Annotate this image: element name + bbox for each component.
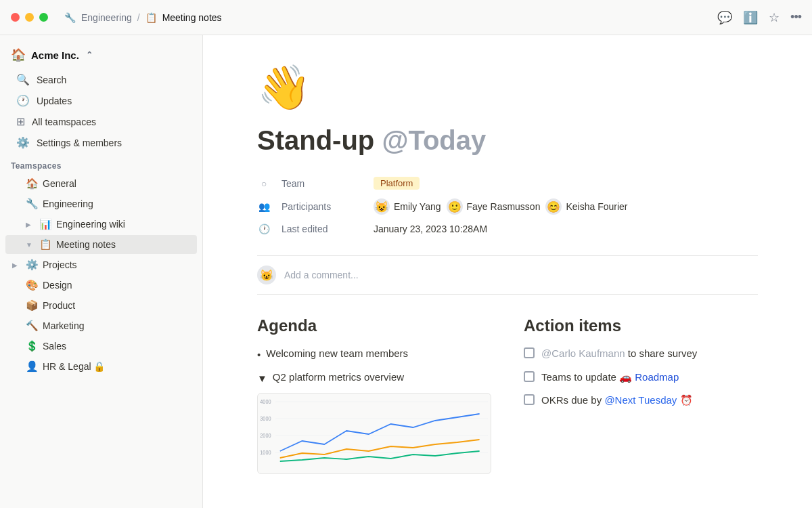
sidebar-item-all-teamspaces-label: All teamspaces — [32, 117, 96, 127]
sidebar-item-marketing-label: Marketing — [43, 320, 190, 331]
sidebar-item-design[interactable]: 🎨 Design — [5, 276, 197, 295]
workspace-chevron-icon: ⌃ — [86, 50, 93, 60]
action-item-1-text: @Carlo Kaufmann to share survey — [541, 346, 697, 362]
page-emoji: 👋 — [257, 62, 758, 113]
participant-2[interactable]: 🙂 Faye Rasmusson — [447, 198, 541, 215]
chart-svg: 4000 3000 2000 1000 — [258, 394, 491, 474]
action-item-1-suffix: to share survey — [628, 347, 698, 359]
participant-3-name: Keisha Fourier — [566, 201, 627, 212]
page-title-prefix: Stand-up — [257, 125, 382, 155]
chart-area: 4000 3000 2000 1000 — [257, 393, 491, 474]
alarm-icon: ⏰ — [680, 394, 693, 406]
projects-icon: ⚙️ — [26, 259, 39, 271]
comment-icon[interactable]: 💬 — [717, 10, 732, 25]
main-content: 👋 Stand-up @Today ○ Team Platform 👥 Part… — [203, 35, 812, 508]
property-team[interactable]: ○ Team Platform — [257, 173, 758, 194]
sidebar-item-sales[interactable]: 💲 Sales — [5, 337, 197, 356]
sidebar-item-projects-label: Projects — [43, 259, 190, 270]
action-item-2-prefix: Teams to update — [541, 371, 619, 383]
sidebar-item-hr-legal-label: HR & Legal 🔒 — [43, 361, 190, 372]
last-edited-property-label: Last edited — [281, 224, 363, 234]
agenda-item-1: • Welcoming new team members — [257, 346, 491, 363]
properties: ○ Team Platform 👥 Participants 😺 Emily Y… — [257, 173, 758, 239]
updates-icon: 🕐 — [16, 94, 30, 107]
sidebar: 🏠 Acme Inc. ⌃ 🔍 Search 🕐 Updates ⊞ All t… — [0, 35, 203, 508]
sidebar-item-general-label: General — [43, 178, 190, 189]
sidebar-item-projects[interactable]: ▶ ⚙️ Projects — [5, 255, 197, 274]
svg-text:3000: 3000 — [260, 415, 271, 422]
svg-text:1000: 1000 — [260, 449, 271, 456]
sidebar-item-all-teamspaces[interactable]: ⊞ All teamspaces — [5, 112, 197, 131]
participant-1[interactable]: 😺 Emily Yang — [374, 198, 441, 215]
sidebar-item-product[interactable]: 📦 Product — [5, 296, 197, 315]
team-property-label: Team — [281, 178, 363, 189]
sidebar-item-meeting-notes[interactable]: ▼ 📋 Meeting notes — [5, 235, 197, 254]
titlebar: 🔧 Engineering / 📋 Meeting notes 💬 ℹ️ ☆ •… — [0, 0, 812, 35]
agenda-item-2[interactable]: ▼ Q2 platform metrics overview — [257, 370, 491, 387]
last-edited-property-icon: 🕐 — [257, 224, 271, 234]
workspace-name: Acme Inc. — [31, 49, 79, 61]
teamspaces-section-label: Teamspaces — [0, 153, 202, 173]
checkbox-2[interactable] — [524, 371, 535, 382]
participants-property-value: 😺 Emily Yang 🙂 Faye Rasmusson 😊 Keisha F… — [374, 198, 628, 215]
participant-3[interactable]: 😊 Keisha Fourier — [545, 198, 627, 215]
close-dot[interactable] — [11, 13, 20, 22]
avatar-keisha: 😊 — [545, 198, 562, 215]
team-badge[interactable]: Platform — [374, 177, 420, 190]
team-property-icon: ○ — [257, 178, 271, 189]
checkbox-1[interactable] — [524, 347, 535, 358]
agenda-item-1-text: Welcoming new team members — [266, 346, 408, 362]
sales-icon: 💲 — [26, 340, 39, 352]
content-columns: Agenda • Welcoming new team members ▼ Q2… — [257, 316, 758, 474]
info-icon[interactable]: ℹ️ — [743, 10, 758, 25]
engineering-wiki-chevron-icon: ▶ — [26, 221, 35, 228]
property-participants[interactable]: 👥 Participants 😺 Emily Yang 🙂 Faye Rasmu… — [257, 194, 758, 219]
sidebar-item-updates[interactable]: 🕐 Updates — [5, 91, 197, 110]
engineering-icon: 🔧 — [26, 198, 39, 210]
participants-property-icon: 👥 — [257, 201, 271, 212]
checkbox-3[interactable] — [524, 394, 535, 405]
svg-text:2000: 2000 — [260, 432, 271, 439]
sidebar-item-search[interactable]: 🔍 Search — [5, 70, 197, 89]
app-body: 🏠 Acme Inc. ⌃ 🔍 Search 🕐 Updates ⊞ All t… — [0, 35, 812, 508]
sidebar-item-settings[interactable]: ⚙️ Settings & members — [5, 133, 197, 152]
breadcrumb-current-icon: 📋 — [145, 12, 157, 23]
minimize-dot[interactable] — [25, 13, 34, 22]
agenda-item-2-text: Q2 platform metrics overview — [273, 370, 404, 385]
breadcrumb-parent[interactable]: Engineering — [81, 12, 132, 23]
sidebar-item-marketing[interactable]: 🔨 Marketing — [5, 316, 197, 335]
action-items-column: Action items @Carlo Kaufmann to share su… — [524, 316, 758, 474]
sidebar-item-settings-label: Settings & members — [37, 137, 122, 148]
more-icon[interactable]: ••• — [790, 10, 801, 24]
agenda-title: Agenda — [257, 316, 491, 335]
action-item-1: @Carlo Kaufmann to share survey — [524, 346, 758, 362]
mention-next-tuesday[interactable]: @Next Tuesday — [604, 394, 677, 406]
sidebar-item-general[interactable]: 🏠 General — [5, 174, 197, 193]
svg-text:4000: 4000 — [260, 398, 271, 405]
last-edited-property-value: January 23, 2023 10:28AM — [374, 224, 487, 234]
mention-carlo[interactable]: @Carlo Kaufmann — [541, 347, 625, 359]
maximize-dot[interactable] — [39, 13, 48, 22]
sidebar-item-hr-legal[interactable]: 👤 HR & Legal 🔒 — [5, 357, 197, 376]
participants-property-label: Participants — [281, 201, 363, 212]
avatar-emily: 😺 — [374, 198, 390, 215]
sidebar-item-product-label: Product — [43, 300, 190, 311]
roadmap-link[interactable]: 🚗 Roadmap — [619, 370, 679, 385]
agenda-column: Agenda • Welcoming new team members ▼ Q2… — [257, 316, 491, 474]
avatar-faye: 🙂 — [447, 198, 463, 215]
titlebar-actions: 💬 ℹ️ ☆ ••• — [717, 10, 801, 25]
comment-area[interactable]: 😺 Add a comment... — [257, 255, 758, 295]
action-item-2-text: Teams to update 🚗 Roadmap — [541, 370, 679, 385]
projects-chevron-icon: ▶ — [12, 261, 22, 269]
meeting-notes-chevron-icon: ▼ — [26, 241, 35, 249]
breadcrumb-separator: / — [137, 12, 140, 23]
star-icon[interactable]: ☆ — [769, 10, 780, 25]
sidebar-item-engineering-wiki[interactable]: ▶ 📊 Engineering wiki — [5, 215, 197, 234]
breadcrumb: 🔧 Engineering / 📋 Meeting notes — [64, 12, 717, 23]
action-items-title: Action items — [524, 316, 758, 335]
search-icon: 🔍 — [16, 73, 30, 86]
workspace-header[interactable]: 🏠 Acme Inc. ⌃ — [0, 43, 202, 69]
action-item-2: Teams to update 🚗 Roadmap — [524, 370, 758, 385]
page-title: Stand-up @Today — [257, 124, 758, 156]
sidebar-item-engineering[interactable]: 🔧 Engineering — [5, 194, 197, 213]
